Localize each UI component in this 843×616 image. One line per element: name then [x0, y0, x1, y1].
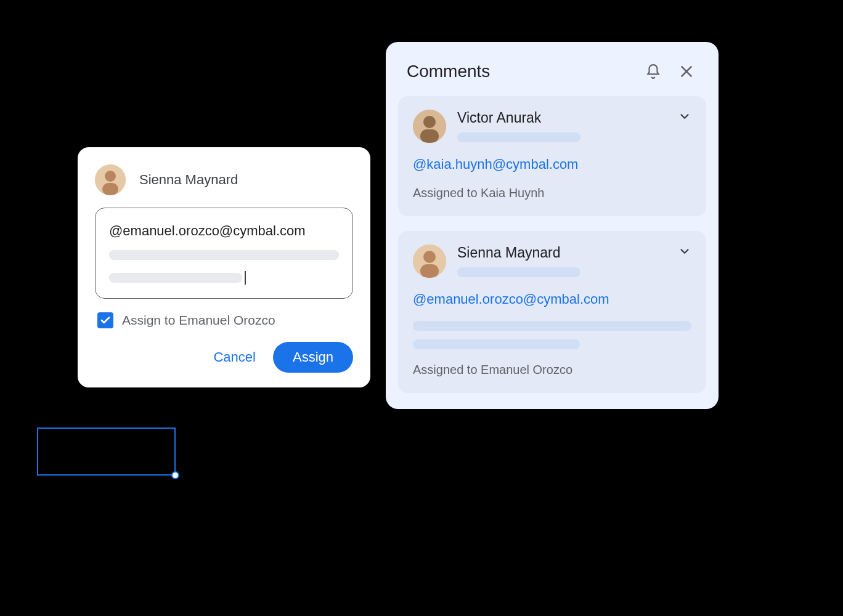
mention-chip: @emanuel.orozco@cymbal.com [109, 223, 339, 239]
text-placeholder-line [109, 250, 339, 260]
compose-author-name: Sienna Maynard [139, 172, 238, 188]
compose-comment-dialog: Sienna Maynard @emanuel.orozco@cymbal.co… [78, 147, 370, 387]
compose-header: Sienna Maynard [95, 164, 353, 195]
comment-author-name: Victor Anurak [457, 110, 667, 126]
assigned-to-text: Assigned to Kaia Huynh [413, 186, 691, 200]
timestamp-placeholder [457, 267, 580, 277]
avatar [413, 245, 446, 278]
text-cursor [245, 271, 246, 285]
assign-checkbox-label: Assign to Emanuel Orozco [122, 313, 275, 328]
selection-handle [171, 471, 179, 479]
compose-actions: Cancel Assign [95, 342, 353, 373]
comment-mention: @kaia.huynh@cymbal.com [413, 156, 691, 172]
chevron-down-icon[interactable] [678, 245, 691, 261]
cancel-button[interactable]: Cancel [213, 349, 255, 365]
cursor-line [109, 271, 339, 285]
comment-card[interactable]: Victor Anurak @kaia.huynh@cymbal.com Ass… [398, 96, 706, 216]
comment-body-placeholder [413, 339, 580, 349]
comments-panel: Comments Victor Anurak @kaia.huynh@cymba… [386, 42, 719, 409]
avatar [413, 110, 446, 143]
avatar [95, 164, 126, 195]
notifications-icon[interactable] [642, 60, 664, 83]
timestamp-placeholder [457, 132, 580, 142]
comment-mention: @emanuel.orozco@cymbal.com [413, 291, 691, 307]
svg-rect-10 [420, 264, 439, 278]
svg-point-6 [423, 116, 436, 128]
comments-panel-header: Comments [398, 54, 706, 96]
assign-button[interactable]: Assign [273, 342, 353, 373]
selection-rect [37, 428, 176, 476]
svg-rect-2 [102, 183, 118, 195]
assign-checkbox[interactable] [97, 312, 113, 328]
comment-author-name: Sienna Maynard [457, 245, 667, 261]
text-placeholder-line [109, 273, 242, 283]
comment-input[interactable]: @emanuel.orozco@cymbal.com [95, 208, 353, 299]
comment-card-header: Sienna Maynard [413, 245, 691, 278]
assigned-to-text: Assigned to Emanuel Orozco [413, 363, 691, 377]
close-icon[interactable] [675, 60, 698, 83]
chevron-down-icon[interactable] [678, 110, 691, 126]
assign-to-row[interactable]: Assign to Emanuel Orozco [97, 312, 353, 328]
svg-point-9 [423, 251, 436, 263]
svg-point-1 [105, 171, 116, 182]
svg-rect-7 [420, 129, 439, 143]
comment-body-placeholder [413, 321, 691, 331]
comment-card[interactable]: Sienna Maynard @emanuel.orozco@cymbal.co… [398, 231, 706, 393]
comments-panel-title: Comments [407, 62, 631, 81]
comment-card-header: Victor Anurak [413, 110, 691, 143]
